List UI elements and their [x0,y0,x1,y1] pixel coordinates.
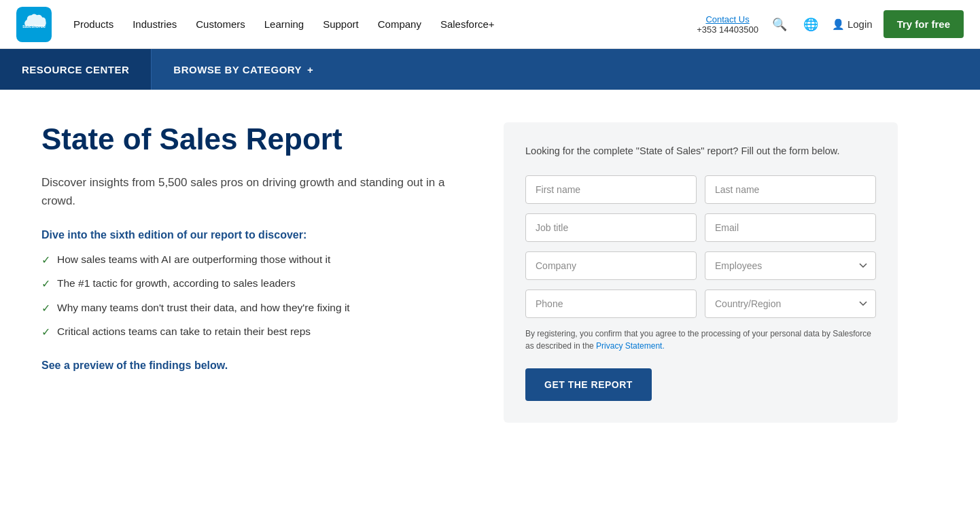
nav-industries[interactable]: Industries [133,18,177,30]
contact-phone: +353 14403500 [697,24,758,35]
contact-info: Contact Us +353 14403500 [697,14,758,35]
nav-customers[interactable]: Customers [196,18,245,30]
bullet-text-3: Why many teams don't trust their data, a… [57,300,350,315]
browse-category-label: BROWSE BY CATEGORY [173,64,302,75]
hero-section: State of Sales Report Discover insights … [41,122,463,372]
phone-field [525,289,697,318]
preview-text: See a preview of the findings below. [41,359,463,372]
try-free-button[interactable]: Try for free [883,10,964,38]
logo[interactable]: salesforce [16,7,52,42]
name-row [525,175,876,204]
list-item: ✓ How sales teams with AI are outperform… [41,252,463,268]
list-item: ✓ Why many teams don't trust their data,… [41,300,463,316]
last-name-field [705,175,876,204]
company-input[interactable] [525,251,697,280]
employees-select[interactable]: Employees 1-10 11-50 51-200 201-1000 100… [705,251,876,280]
employees-field: Employees 1-10 11-50 51-200 201-1000 100… [705,251,876,280]
country-select[interactable]: Country/Region United States United King… [705,289,876,318]
contact-link[interactable]: Contact Us [697,14,758,24]
login-label: Login [847,18,873,30]
login-button[interactable]: 👤 Login [832,18,873,31]
globe-button[interactable]: 🌐 [801,14,821,35]
get-report-button[interactable]: GET THE REPORT [525,368,652,401]
nav-right: Contact Us +353 14403500 🔍 🌐 👤 Login Try… [697,10,964,38]
job-title-field [525,213,697,242]
list-item: ✓ The #1 tactic for growth, according to… [41,276,463,292]
nav-support[interactable]: Support [323,18,359,30]
browse-category-link[interactable]: BROWSE BY CATEGORY + [152,64,335,75]
bullet-text-2: The #1 tactic for growth, according to s… [57,276,296,291]
check-icon: ✓ [41,253,50,268]
user-icon: 👤 [832,18,845,31]
form-intro: Looking for the complete "State of Sales… [525,144,876,159]
nav-learning[interactable]: Learning [264,18,304,30]
globe-icon: 🌐 [803,17,818,32]
list-item: ✓ Critical actions teams can take to ret… [41,324,463,340]
email-input[interactable] [705,213,876,242]
resource-center-label: RESOURCE CENTER [22,64,129,75]
check-icon: ✓ [41,301,50,316]
bullet-text-1: How sales teams with AI are outperformin… [57,252,330,267]
first-name-input[interactable] [525,175,697,204]
privacy-link[interactable]: Privacy Statement. [596,341,665,351]
first-name-field [525,175,697,204]
privacy-text-content: By registering, you confirm that you agr… [525,329,871,351]
plus-icon: + [307,64,313,75]
company-employees-row: Employees 1-10 11-50 51-200 201-1000 100… [525,251,876,280]
discover-heading: Dive into the sixth edition of our repor… [41,229,463,241]
nav-salesforceplus[interactable]: Salesforce+ [440,18,495,30]
email-field [705,213,876,242]
nav-company[interactable]: Company [378,18,421,30]
jobtitle-email-row [525,213,876,242]
report-form: Employees 1-10 11-50 51-200 201-1000 100… [525,175,876,401]
search-button[interactable]: 🔍 [769,14,790,35]
resource-center-link[interactable]: RESOURCE CENTER [0,49,152,90]
nav-products[interactable]: Products [73,18,113,30]
search-icon: 🔍 [772,17,787,32]
bullet-text-4: Critical actions teams can take to retai… [57,324,311,339]
top-nav: salesforce Products Industries Customers… [0,0,980,49]
bullet-list: ✓ How sales teams with AI are outperform… [41,252,463,340]
report-subtitle: Discover insights from 5,500 sales pros … [41,173,463,210]
privacy-text: By registering, you confirm that you agr… [525,328,876,352]
phone-input[interactable] [525,289,697,318]
last-name-input[interactable] [705,175,876,204]
main-content: State of Sales Report Discover insights … [14,90,966,455]
resource-bar: RESOURCE CENTER BROWSE BY CATEGORY + [0,49,980,90]
phone-country-row: Country/Region United States United King… [525,289,876,318]
report-title: State of Sales Report [41,122,463,157]
check-icon: ✓ [41,277,50,292]
report-form-panel: Looking for the complete "State of Sales… [504,122,898,423]
job-title-input[interactable] [525,213,697,242]
nav-links: Products Industries Customers Learning S… [73,18,697,30]
country-field: Country/Region United States United King… [705,289,876,318]
check-icon: ✓ [41,325,50,340]
company-field [525,251,697,280]
